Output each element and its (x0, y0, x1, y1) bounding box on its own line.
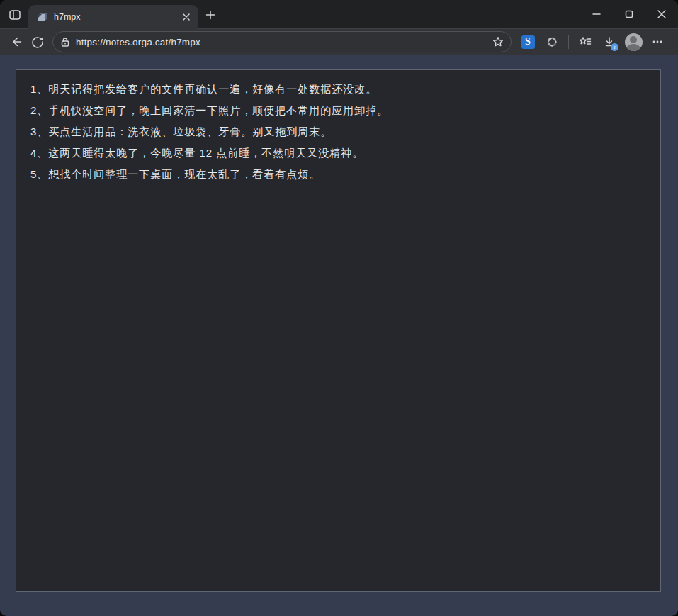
puzzle-icon (546, 35, 558, 48)
note-line: 1、明天记得把发给客户的文件再确认一遍，好像有一处数据还没改。 (30, 79, 646, 100)
settings-more-button[interactable] (647, 31, 668, 52)
profile-button[interactable] (623, 31, 644, 52)
profile-avatar-icon (625, 33, 643, 51)
s-extension-button[interactable]: S (517, 31, 538, 52)
lock-icon[interactable] (60, 37, 70, 47)
titlebar: h7mpx (0, 0, 678, 28)
downloads-button[interactable]: i (599, 31, 620, 52)
plus-icon (205, 10, 215, 20)
s-extension-icon: S (521, 35, 535, 49)
close-button[interactable] (645, 0, 678, 28)
notes-panel: 1、明天记得把发给客户的文件再确认一遍，好像有一处数据还没改。 2、手机快没空间… (16, 69, 661, 592)
new-tab-button[interactable] (203, 7, 218, 23)
tab-actions-icon (9, 9, 21, 21)
extensions-button[interactable] (541, 31, 563, 52)
address-bar[interactable]: https://notes.orga.cat/h7mpx (52, 31, 512, 52)
reload-button[interactable] (27, 31, 48, 52)
tab-close-icon[interactable] (180, 11, 193, 23)
toolbar-extension-area: S (517, 31, 668, 52)
url-text[interactable]: https://notes.orga.cat/h7mpx (76, 37, 490, 47)
minimize-button[interactable] (580, 0, 613, 28)
download-badge: i (611, 43, 618, 51)
back-button[interactable] (6, 31, 27, 52)
tab-actions-button[interactable] (6, 6, 24, 24)
page-content: 1、明天记得把发给客户的文件再确认一遍，好像有一处数据还没改。 2、手机快没空间… (0, 55, 678, 616)
navigation-toolbar: https://notes.orga.cat/h7mpx S (0, 28, 678, 55)
favorites-star-list-icon (578, 35, 592, 48)
note-line: 2、手机快没空间了，晚上回家清一下照片，顺便把不常用的应用卸掉。 (30, 100, 646, 121)
note-line: 5、想找个时间整理一下桌面，现在太乱了，看着有点烦。 (30, 164, 646, 185)
favorites-button[interactable] (575, 31, 596, 52)
notes-favicon-icon (37, 11, 48, 23)
ellipsis-icon (651, 35, 664, 48)
window-controls (580, 0, 678, 28)
toolbar-divider (568, 35, 569, 49)
bookmark-star-icon[interactable] (490, 33, 507, 50)
maximize-button[interactable] (613, 0, 645, 28)
note-line: 3、买点生活用品：洗衣液、垃圾袋、牙膏。别又拖到周末。 (30, 121, 646, 142)
tab-title: h7mpx (54, 12, 180, 22)
browser-window: h7mpx (0, 0, 678, 616)
browser-tab[interactable]: h7mpx (28, 5, 198, 29)
note-line: 4、这两天睡得太晚了，今晚尽量 12 点前睡，不然明天又没精神。 (30, 142, 646, 164)
